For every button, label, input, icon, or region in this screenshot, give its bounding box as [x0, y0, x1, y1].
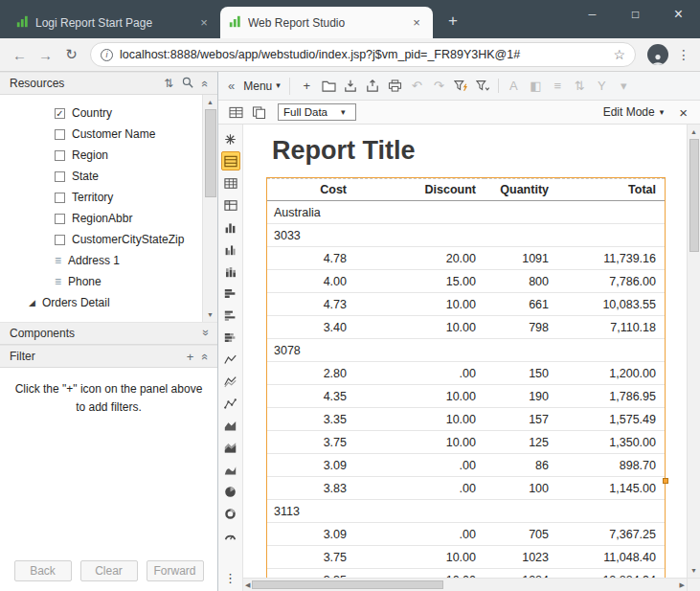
data-row[interactable]: 4.7820.00109111,739.16	[267, 247, 665, 270]
resource-item-customercitystatezip[interactable]: CustomerCityStateZip	[0, 229, 202, 250]
line-chart-3-icon[interactable]	[221, 394, 240, 413]
checkbox[interactable]	[55, 193, 65, 203]
checkbox[interactable]: ✓	[55, 108, 65, 119]
data-row[interactable]: 4.3510.001901,786.95	[267, 385, 665, 408]
subgroup-row[interactable]: 3113	[267, 500, 665, 523]
report-table-wrap[interactable]: CostDiscountQuantityTotalAustralia30334.…	[266, 177, 666, 578]
data-row[interactable]: 4.7310.0066110,083.55	[267, 293, 665, 316]
data-row[interactable]: 3.7510.00102311,048.40	[267, 546, 665, 569]
browser-menu-icon[interactable]: ⋮	[675, 47, 692, 62]
forward-icon[interactable]: →	[34, 43, 57, 66]
scroll-left-icon[interactable]: ◀	[245, 580, 250, 590]
scrollbar-thumb[interactable]	[252, 580, 443, 589]
column-header-total[interactable]: Total	[557, 179, 665, 201]
area-chart-icon[interactable]	[221, 416, 240, 435]
profile-avatar[interactable]	[647, 44, 668, 65]
column-header-discount[interactable]: Discount	[355, 179, 485, 201]
data-view-select[interactable]: Full Data ▾	[278, 103, 356, 121]
resource-item-customer-name[interactable]: Customer Name	[0, 124, 202, 145]
bar-chart-icon[interactable]	[221, 217, 240, 237]
collapse-panel-icon[interactable]: «	[199, 80, 211, 86]
expand-panel-icon[interactable]: «	[199, 330, 211, 336]
hbar-chart-icon[interactable]	[221, 284, 240, 303]
gauge-chart-icon[interactable]	[221, 526, 240, 545]
open-icon[interactable]	[318, 76, 340, 96]
area-chart-2-icon[interactable]	[221, 438, 240, 457]
hbar-chart-2-icon[interactable]	[221, 306, 240, 325]
line-chart-icon[interactable]	[221, 350, 240, 369]
page-view-icon[interactable]	[247, 102, 270, 122]
group-row[interactable]: Australia	[267, 201, 665, 224]
add-filter-icon[interactable]: +	[187, 350, 194, 364]
new-tab-button[interactable]: +	[440, 9, 465, 34]
resource-item-regionabbr[interactable]: RegionAbbr	[0, 208, 202, 229]
checkbox[interactable]	[55, 129, 65, 140]
vertical-scrollbar[interactable]: ▲ ▼	[688, 125, 700, 578]
address-bar[interactable]: i localhost:8888/webos/app/webstudio/ind…	[90, 42, 636, 67]
filter-panel-header[interactable]: Filter + «	[0, 345, 217, 368]
resource-list-scrollbar[interactable]: ▲ ▼	[202, 95, 217, 322]
minimize-button[interactable]: ─	[571, 0, 614, 29]
close-button[interactable]: ×	[657, 0, 700, 29]
tab-web-report-studio[interactable]: Web Report Studio ×	[220, 7, 433, 38]
column-header-cost[interactable]: Cost	[267, 179, 355, 201]
bar-chart-2-icon[interactable]	[221, 239, 240, 259]
more-icon[interactable]: ⋮	[221, 568, 240, 587]
line-chart-2-icon[interactable]	[221, 372, 240, 391]
back-icon[interactable]: ←	[8, 43, 32, 66]
column-header-quantity[interactable]: Quantity	[485, 179, 557, 201]
subgroup-row[interactable]: 3033	[267, 224, 665, 247]
scroll-up-icon[interactable]: ▲	[690, 126, 697, 137]
components-panel-header[interactable]: Components «	[0, 322, 217, 345]
reload-icon[interactable]: ↻	[59, 43, 83, 66]
data-row[interactable]: 3.83.001001,145.00	[267, 477, 665, 500]
resource-item-phone[interactable]: ≡Phone	[0, 271, 202, 292]
scroll-down-icon[interactable]: ▼	[207, 309, 214, 320]
resource-item-orders-detail[interactable]: ◢Orders Detail	[0, 292, 202, 313]
resources-panel-header[interactable]: Resources ⇅ «	[0, 72, 217, 95]
bar-chart-3-icon[interactable]	[221, 261, 240, 281]
scroll-down-icon[interactable]: ▼	[690, 565, 697, 576]
export-icon[interactable]	[362, 76, 384, 96]
scroll-right-icon[interactable]: ▶	[680, 580, 685, 590]
page-info-icon[interactable]: i	[101, 49, 113, 61]
report-canvas[interactable]: Report Title CostDiscountQuantityTotalAu…	[243, 125, 687, 578]
data-row[interactable]: 3.4010.007987,110.18	[267, 316, 665, 339]
collapse-panel-icon[interactable]: «	[199, 353, 211, 359]
bookmark-star-icon[interactable]: ☆	[613, 47, 625, 62]
save-icon[interactable]	[340, 76, 362, 96]
data-row[interactable]: 4.0015.008007,786.00	[267, 270, 665, 293]
resource-search-icon[interactable]	[182, 77, 193, 91]
clear-button[interactable]: Clear	[80, 560, 138, 581]
data-row[interactable]: 3.3510.00128412,884.94	[267, 569, 665, 579]
menu-button[interactable]: Menu ▾	[239, 78, 290, 95]
banded-object-icon[interactable]	[221, 151, 240, 170]
print-icon[interactable]	[384, 76, 406, 96]
report-table[interactable]: CostDiscountQuantityTotalAustralia30334.…	[267, 178, 665, 578]
url-text[interactable]: localhost:8888/webos/app/webstudio/index…	[120, 48, 607, 61]
crosstab-icon[interactable]	[221, 195, 240, 215]
tab-close-icon[interactable]: ×	[409, 15, 424, 31]
new-report-icon[interactable]: +	[296, 76, 318, 96]
data-row[interactable]: 3.09.007057,367.25	[267, 523, 665, 546]
maximize-button[interactable]: □	[614, 0, 657, 29]
close-report-icon[interactable]: ×	[664, 104, 694, 121]
horizontal-scrollbar[interactable]: ◀ ▶	[243, 578, 687, 591]
data-row[interactable]: 2.80.001501,200.00	[267, 362, 665, 385]
subgroup-row[interactable]: 3078	[267, 339, 665, 362]
resource-item-country[interactable]: ✓Country	[0, 102, 202, 124]
resource-item-region[interactable]: Region	[0, 145, 202, 166]
checkbox[interactable]	[55, 214, 65, 224]
checkbox[interactable]	[55, 235, 65, 245]
data-row[interactable]: 3.09.0086898.70	[267, 454, 665, 477]
scrollbar-thumb[interactable]	[205, 109, 216, 197]
data-row[interactable]: 3.7510.001251,350.00	[267, 431, 665, 454]
scrollbar-thumb[interactable]	[689, 139, 699, 252]
table-icon[interactable]	[221, 173, 240, 193]
resource-item-state[interactable]: State	[0, 166, 202, 187]
tab-close-icon[interactable]: ×	[196, 15, 212, 31]
donut-chart-icon[interactable]	[221, 504, 240, 523]
hbar-chart-3-icon[interactable]	[221, 328, 240, 347]
grid-edit-icon[interactable]	[224, 102, 247, 122]
resource-item-territory[interactable]: Territory	[0, 187, 202, 208]
